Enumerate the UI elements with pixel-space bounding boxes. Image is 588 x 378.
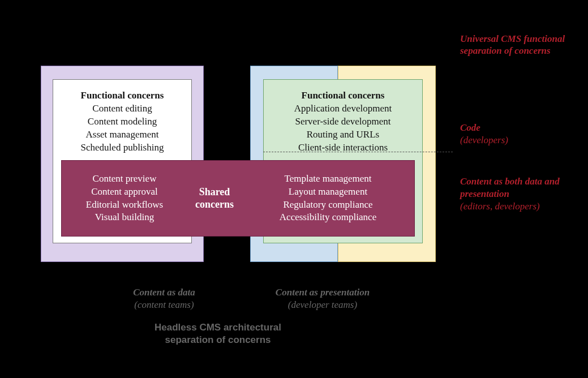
shared-right-item: Accessibility compliance	[248, 211, 407, 224]
side-label-code-title: Code	[460, 122, 508, 134]
functional-left-item: Content editing	[53, 102, 192, 115]
shared-left-item: Editorial workflows	[68, 199, 181, 212]
bottom-label-content-presentation-sub: (developer teams)	[249, 299, 396, 311]
functional-left-item: Scheduled publishing	[53, 141, 192, 154]
shared-left-col: Content preview Content approval Editori…	[62, 173, 181, 225]
shared-right-item: Template management	[248, 173, 407, 186]
shared-left-item: Content approval	[68, 186, 181, 199]
bottom-label-content-data-title: Content as data	[110, 286, 218, 299]
shared-left-item: Content preview	[68, 173, 181, 186]
shared-right-item: Layout management	[248, 186, 407, 199]
bottom-label-content-presentation: Content as presentation (developer teams…	[249, 286, 396, 311]
shared-concerns-box: Content preview Content approval Editori…	[61, 160, 415, 237]
shared-right-col: Template management Layout management Re…	[248, 173, 414, 225]
side-label-code: Code (developers)	[460, 122, 508, 147]
functional-left-head: Functional concerns	[53, 89, 192, 102]
shared-concerns-label: Shared concerns	[181, 186, 248, 211]
side-label-code-sub: (developers)	[460, 134, 508, 147]
side-label-content-sub: (editors, developers)	[460, 200, 588, 213]
functional-right-item: Client-side interactions	[263, 141, 423, 154]
functional-concerns-left: Functional concerns Content editing Cont…	[53, 89, 192, 154]
bottom-label-content-data-sub: (content teams)	[110, 299, 218, 311]
side-label-content: Content as both data and presentation (e…	[460, 175, 588, 213]
functional-right-item: Application development	[263, 102, 423, 115]
functional-right-item: Routing and URLs	[263, 128, 423, 141]
title-universal-cms: Universal CMS functional separation of c…	[460, 33, 585, 57]
bottom-label-content-presentation-title: Content as presentation	[249, 286, 396, 299]
functional-right-head: Functional concerns	[263, 89, 423, 102]
shared-right-item: Regulatory compliance	[248, 199, 407, 212]
functional-left-item: Asset management	[53, 128, 192, 141]
shared-left-item: Visual building	[68, 211, 181, 224]
bottom-label-content-data: Content as data (content teams)	[110, 286, 218, 311]
functional-right-item: Server-side development	[263, 115, 423, 128]
functional-left-item: Content modeling	[53, 115, 192, 128]
functional-concerns-right: Functional concerns Application developm…	[263, 89, 423, 154]
side-label-content-title: Content as both data and presentation	[460, 175, 588, 200]
title-headless-cms: Headless CMS architectural separation of…	[139, 321, 297, 346]
